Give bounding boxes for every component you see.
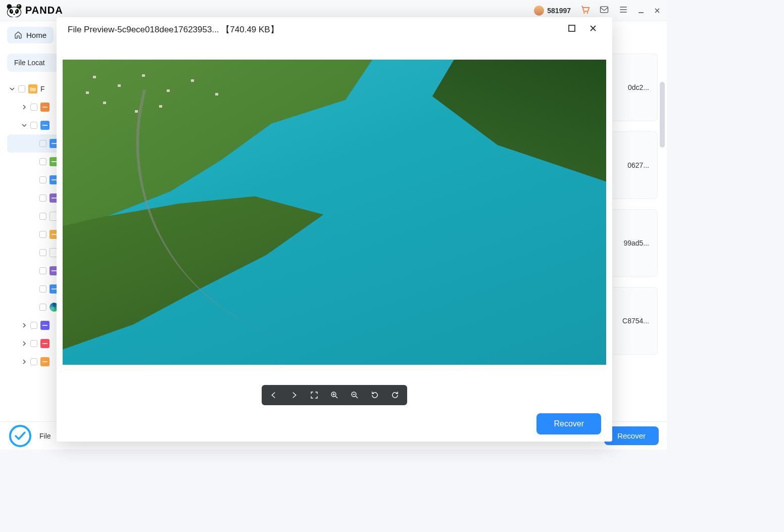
zoom-out-icon[interactable] <box>348 388 362 402</box>
app-window: PANDA 581997 <box>0 0 667 450</box>
caret-spacer <box>30 140 36 147</box>
next-icon[interactable] <box>287 388 301 402</box>
checkbox[interactable] <box>39 285 46 293</box>
checkbox[interactable] <box>39 140 46 147</box>
mail-icon[interactable] <box>599 5 609 17</box>
chevron-down-icon[interactable] <box>21 122 27 128</box>
other-icon <box>40 357 50 366</box>
home-button[interactable]: Home <box>7 27 54 43</box>
card-filename: 99ad5... <box>623 239 649 247</box>
checkbox[interactable] <box>30 104 37 111</box>
checkbox[interactable] <box>39 195 46 202</box>
svg-rect-15 <box>52 179 57 180</box>
folder-icon <box>28 84 37 93</box>
caret-spacer <box>30 286 36 292</box>
caret-spacer <box>30 304 36 310</box>
svg-rect-12 <box>42 125 47 126</box>
checkbox[interactable] <box>39 249 46 256</box>
checkbox[interactable] <box>39 176 46 183</box>
svg-point-8 <box>583 12 585 14</box>
progress-ring-icon <box>8 424 32 448</box>
caret-spacer <box>30 159 36 165</box>
checkbox[interactable] <box>39 231 46 238</box>
cart-icon[interactable] <box>580 5 590 17</box>
chevron-right-icon[interactable] <box>21 359 27 365</box>
checkbox[interactable] <box>39 304 46 311</box>
caret-spacer <box>30 268 36 274</box>
svg-rect-16 <box>52 198 57 199</box>
home-label: Home <box>26 31 46 39</box>
image-icon <box>40 121 50 130</box>
tree-label: F <box>40 85 45 93</box>
preview-maximize-button[interactable] <box>564 22 580 36</box>
home-icon <box>14 31 22 39</box>
chevron-right-icon[interactable] <box>21 104 27 110</box>
svg-rect-25 <box>569 25 575 31</box>
panda-icon <box>6 4 22 17</box>
svg-rect-19 <box>52 288 57 289</box>
topbar-actions: 581997 <box>534 5 661 17</box>
checkbox[interactable] <box>39 267 46 274</box>
audio-icon <box>40 339 50 348</box>
scrollbar[interactable] <box>660 82 665 148</box>
svg-point-9 <box>587 12 589 14</box>
minimize-button[interactable] <box>638 7 645 14</box>
preview-header: File Preview-5c9ece018dee17623953... 【74… <box>57 17 612 41</box>
preview-recover-button[interactable]: Recover <box>536 413 601 434</box>
svg-rect-21 <box>42 343 47 344</box>
svg-point-5 <box>11 10 12 11</box>
checkbox[interactable] <box>39 213 46 220</box>
avatar-icon <box>534 6 544 16</box>
preview-toolbar <box>57 384 612 406</box>
card-filename: 0627... <box>627 161 649 169</box>
prev-icon[interactable] <box>267 388 281 402</box>
close-button[interactable] <box>654 7 661 14</box>
caret-spacer <box>30 231 36 237</box>
checkbox[interactable] <box>30 358 37 365</box>
card-filename: 0dc2... <box>628 83 649 91</box>
doc-icon <box>40 103 50 112</box>
svg-rect-13 <box>52 143 57 144</box>
checkbox[interactable] <box>30 322 37 329</box>
svg-rect-14 <box>52 161 57 162</box>
hamburger-icon[interactable] <box>618 5 628 17</box>
checkbox[interactable] <box>30 340 37 347</box>
zoom-in-icon[interactable] <box>327 388 341 402</box>
status-text: File <box>39 432 51 440</box>
user-id: 581997 <box>547 7 571 15</box>
rotate-left-icon[interactable] <box>368 388 382 402</box>
recover-button[interactable]: Recover <box>604 426 659 445</box>
checkbox[interactable] <box>39 158 46 165</box>
svg-rect-10 <box>601 7 608 13</box>
svg-point-2 <box>7 7 21 17</box>
caret-spacer <box>30 250 36 256</box>
checkbox[interactable] <box>30 122 37 129</box>
caret-spacer <box>30 213 36 219</box>
user-chip[interactable]: 581997 <box>534 6 571 16</box>
svg-point-24 <box>10 426 30 446</box>
card-filename: C8754... <box>622 317 649 325</box>
svg-rect-20 <box>42 325 47 326</box>
preview-image <box>63 60 606 365</box>
rotate-right-icon[interactable] <box>388 388 402 402</box>
chevron-right-icon[interactable] <box>21 322 27 328</box>
fullscreen-icon[interactable] <box>307 388 321 402</box>
caret-spacer <box>30 195 36 201</box>
chevron-down-icon[interactable] <box>9 86 15 92</box>
svg-point-7 <box>13 14 15 15</box>
checkbox[interactable] <box>18 85 25 92</box>
preview-close-button[interactable] <box>585 22 601 36</box>
preview-title: File Preview-5c9ece018dee17623953... 【74… <box>68 24 279 35</box>
svg-rect-18 <box>52 270 57 271</box>
svg-rect-22 <box>42 361 47 362</box>
svg-rect-11 <box>42 107 47 108</box>
caret-spacer <box>30 177 36 183</box>
preview-dialog: File Preview-5c9ece018dee17623953... 【74… <box>57 17 612 442</box>
brand-text: PANDA <box>25 5 63 16</box>
chevron-right-icon[interactable] <box>21 341 27 347</box>
svg-point-6 <box>16 10 17 11</box>
svg-rect-17 <box>52 234 57 235</box>
app-logo: PANDA <box>6 4 63 17</box>
video-icon <box>40 321 50 330</box>
